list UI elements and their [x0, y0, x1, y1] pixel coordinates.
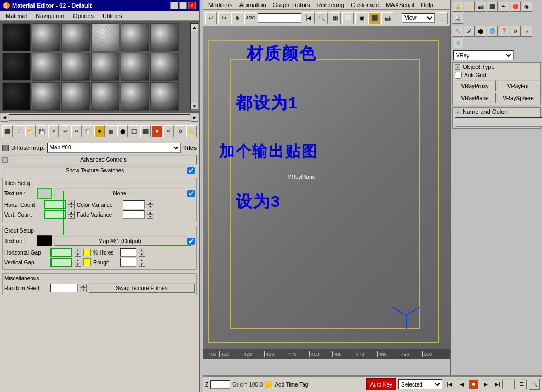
vrayplane-btn[interactable]: VRayPlane	[454, 93, 496, 103]
color-variance-input[interactable]: 0.0	[123, 200, 145, 209]
autogrid-checkbox[interactable]	[455, 72, 462, 79]
vg-up[interactable]: ▲	[75, 258, 81, 262]
sphere-2-2[interactable]	[61, 82, 90, 111]
menu-utilities[interactable]: Utilities	[99, 13, 125, 19]
horiz-down[interactable]: ▼	[68, 205, 75, 209]
sphere-0-2[interactable]	[61, 23, 90, 51]
rough-down[interactable]: ▼	[139, 262, 145, 267]
minimize-btn[interactable]: _	[170, 2, 178, 9]
rt-icon-5[interactable]: ✒	[498, 1, 509, 12]
menu-options[interactable]: Options	[70, 13, 97, 19]
random-seed-input[interactable]: 59844	[50, 284, 78, 292]
swap-texture-btn[interactable]: Swap Texture Entries	[89, 283, 195, 293]
fv-down[interactable]: ▼	[147, 215, 153, 219]
close-btn[interactable]: X	[188, 2, 196, 9]
menu-customize[interactable]: Customize	[347, 2, 383, 8]
horiz-gap-spinner[interactable]: ▲ ▼	[75, 248, 81, 257]
hscroll-right[interactable]: ▶	[191, 114, 198, 122]
collapse-adv[interactable]: -	[2, 157, 8, 163]
rt-icon-8[interactable]: 🌊	[452, 13, 463, 24]
mat-tb-11[interactable]: ⬤	[117, 125, 128, 137]
menu-maxscript[interactable]: MAXScript	[383, 2, 418, 8]
tb-btn1[interactable]: |◀	[303, 12, 315, 24]
rt-icon-7[interactable]: ◉	[521, 1, 532, 12]
diffuse-map-select[interactable]: Map #60	[47, 143, 181, 153]
sphere-2-0[interactable]	[2, 82, 31, 111]
mat-tb-3[interactable]: 📂	[25, 125, 36, 137]
rough-up[interactable]: ▲	[139, 258, 145, 262]
sphere-2-5[interactable]	[150, 82, 179, 111]
pct-holes-spinner[interactable]: ▲ ▼	[139, 248, 145, 257]
vraysphere-btn[interactable]: VRaySphere	[497, 93, 539, 103]
sphere-0-4[interactable]	[121, 23, 149, 51]
sphere-2-3[interactable]	[91, 82, 119, 111]
vert-gap-input[interactable]: 3.0	[50, 258, 72, 267]
sphere-1-5[interactable]	[150, 53, 179, 81]
rt-icon-2[interactable]: ⚡	[464, 1, 475, 12]
fv-up[interactable]: ▲	[147, 210, 153, 215]
ph-down[interactable]: ▼	[139, 252, 145, 257]
tb-btn7[interactable]: 📷	[381, 12, 393, 24]
mat-tb-4[interactable]: 💾	[37, 125, 47, 137]
vert-gap-spinner[interactable]: ▲ ▼	[75, 258, 81, 267]
sphere-0-3[interactable]	[91, 23, 119, 51]
scroll-down[interactable]: ▼	[191, 102, 198, 110]
collapse-name-color[interactable]: -	[455, 109, 460, 114]
mat-tb-8[interactable]: 📋	[83, 125, 93, 137]
sphere-scrollbar[interactable]: ▲ ▼	[190, 23, 199, 111]
random-seed-spinner[interactable]: ▲ ▼	[80, 284, 87, 292]
tb-btn2[interactable]: 🔍	[316, 12, 328, 24]
mat-tb-13[interactable]: ⬛	[140, 125, 151, 137]
rt-icon-9[interactable]: 🔧	[452, 26, 463, 37]
sphere-2-1[interactable]	[32, 82, 60, 111]
rt-icon-11[interactable]: ⬤	[475, 26, 486, 37]
tb-btn3[interactable]: ▦	[329, 12, 341, 24]
grout-texture-swatch[interactable]	[37, 235, 52, 246]
mat-tb-15[interactable]: ✏	[163, 125, 174, 137]
menu-material[interactable]: Material	[2, 13, 30, 19]
mat-tb-12[interactable]: 🔲	[129, 125, 139, 137]
sphere-0-0[interactable]	[2, 23, 31, 51]
tiles-map-check[interactable]	[187, 190, 195, 197]
horiz-count-spinner[interactable]: ▲ ▼	[68, 200, 75, 209]
show-texture-btn[interactable]: Show Texture Swatches	[4, 166, 185, 175]
tb-btn4[interactable]: ⬜	[342, 12, 354, 24]
hg-up[interactable]: ▲	[75, 248, 81, 252]
vrayfur-btn[interactable]: VRayFur	[497, 80, 539, 91]
sphere-1-0[interactable]	[2, 53, 31, 81]
view-select[interactable]: View	[402, 13, 435, 23]
menu-rendering[interactable]: Rendering	[313, 2, 347, 8]
mat-tb-2[interactable]: ↕	[14, 125, 24, 137]
rt-icon-16[interactable]: 💧	[452, 37, 463, 48]
ph-up[interactable]: ▲	[139, 248, 145, 252]
mat-tb-7[interactable]: ↪	[71, 125, 82, 137]
vert-down[interactable]: ▼	[68, 215, 75, 219]
tb-redo[interactable]: ↪	[218, 12, 230, 24]
sphere-2-4[interactable]	[121, 82, 149, 111]
rt-icon-1[interactable]: 🔒	[452, 1, 463, 12]
vert-up[interactable]: ▲	[68, 210, 75, 215]
vert-count-spinner[interactable]: ▲ ▼	[68, 210, 75, 219]
show-texture-check[interactable]	[187, 167, 195, 174]
color-variance-spinner[interactable]: ▲ ▼	[147, 200, 153, 209]
mat-tb-16[interactable]: ⚙	[175, 125, 185, 137]
vert-count-input[interactable]: 1.0	[44, 210, 66, 219]
mat-tb-1[interactable]: ⬛	[2, 125, 13, 137]
tiles-texture-swatch[interactable]	[37, 188, 52, 199]
menu-graph-editors[interactable]: Graph Editors	[270, 2, 313, 8]
grout-map-btn[interactable]: Map #61 (Output)	[54, 236, 185, 246]
vrayproxy-btn[interactable]: VRayProxy	[454, 80, 496, 91]
rt-icon-4[interactable]: ⬛	[487, 1, 498, 12]
hscroll-left[interactable]: ◀	[1, 114, 8, 122]
tiles-map-btn[interactable]: None	[54, 188, 185, 198]
tb-select[interactable]: 🖱	[231, 12, 243, 24]
tb-camera[interactable]: 🍵	[436, 12, 448, 24]
vray-dropdown[interactable]: VRay	[453, 50, 514, 60]
rough-input[interactable]: 0.0	[120, 258, 136, 267]
fade-variance-spinner[interactable]: ▲ ▼	[147, 210, 153, 219]
cv-up[interactable]: ▲	[147, 200, 153, 205]
mat-tb-9[interactable]: ■	[94, 125, 105, 137]
menu-help[interactable]: Help	[418, 2, 437, 8]
hscroll-track[interactable]	[9, 114, 190, 121]
restore-btn[interactable]: □	[179, 2, 187, 9]
